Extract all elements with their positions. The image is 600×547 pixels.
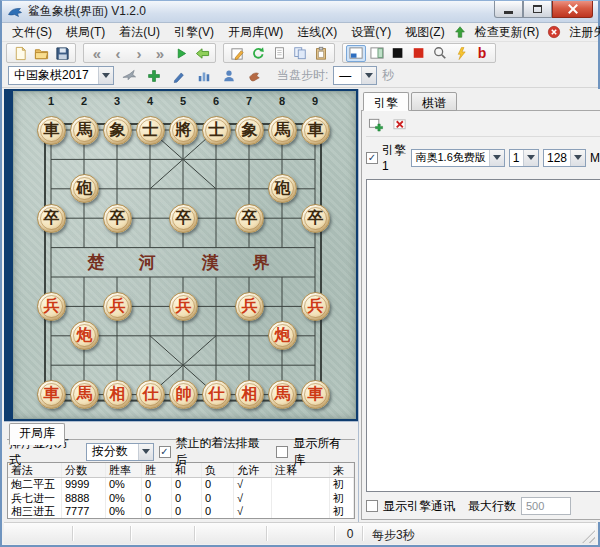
red-side-button[interactable] (409, 45, 429, 62)
add-engine-button[interactable] (366, 116, 386, 132)
quick-move-button[interactable] (451, 45, 471, 62)
chevron-down-icon[interactable] (570, 150, 585, 166)
resize-grip[interactable] (582, 530, 595, 543)
red-piece-車[interactable]: 車 (301, 380, 330, 409)
save-button[interactable] (52, 45, 72, 62)
red-piece-兵[interactable]: 兵 (235, 292, 264, 321)
red-piece-兵[interactable]: 兵 (301, 292, 330, 321)
table-row[interactable]: 相三进五77770%000√初 (8, 505, 354, 519)
chevron-down-icon[interactable] (98, 67, 113, 84)
chevron-down-icon[interactable] (489, 150, 504, 166)
table-row[interactable]: 炮二平五99990%000√初 (8, 478, 354, 492)
red-piece-帥[interactable]: 帥 (169, 380, 198, 409)
first-move-button[interactable]: « (87, 45, 107, 62)
black-piece-象[interactable]: 象 (103, 116, 132, 145)
black-piece-車[interactable]: 車 (37, 116, 66, 145)
red-piece-兵[interactable]: 兵 (169, 292, 198, 321)
browse-library-button[interactable] (119, 67, 139, 84)
player-button[interactable] (219, 67, 239, 84)
zoom-button[interactable] (430, 45, 450, 62)
engine1-checkbox[interactable]: ✓ (366, 152, 378, 164)
tab-opening-library[interactable]: 开局库 (9, 423, 65, 445)
chevron-down-icon[interactable] (361, 67, 376, 84)
tab-game-record[interactable]: 棋谱 (411, 92, 457, 111)
engine-output-list[interactable] (366, 179, 600, 492)
next-move-button[interactable]: › (129, 45, 149, 62)
tab-engine[interactable]: 引擎 (363, 92, 409, 111)
black-piece-卒[interactable]: 卒 (301, 204, 330, 233)
bold-b-button[interactable]: b (472, 45, 492, 62)
black-side-button[interactable] (388, 45, 408, 62)
red-piece-仕[interactable]: 仕 (136, 380, 165, 409)
new-file-button[interactable] (10, 45, 30, 62)
close-button[interactable] (552, 1, 593, 18)
xiangqi-board[interactable]: 楚 河 漢 界 123456789車馬象士將士象馬車砲砲卒卒卒卒卒兵兵兵兵兵炮炮… (13, 91, 356, 419)
black-piece-卒[interactable]: 卒 (169, 204, 198, 233)
menu-item-register-failed[interactable]: 注册失败(Q) (562, 22, 600, 43)
toggle-board-panel-button[interactable] (346, 45, 366, 62)
maximize-button[interactable] (523, 1, 552, 18)
book-combobox[interactable]: 中国象棋2017 (8, 66, 114, 85)
menu-item[interactable]: 视图(Z) (398, 22, 451, 43)
menu-item[interactable]: 连线(X) (290, 22, 344, 43)
statistics-button[interactable] (194, 67, 214, 84)
red-piece-炮[interactable]: 炮 (70, 321, 99, 350)
menu-item-check-update[interactable]: 检查更新(R) (468, 22, 547, 43)
black-piece-卒[interactable]: 卒 (37, 204, 66, 233)
forbidden-last-checkbox[interactable]: ✓ (159, 446, 171, 458)
black-piece-士[interactable]: 士 (202, 116, 231, 145)
menu-item[interactable]: 文件(S) (5, 22, 59, 43)
takeback-button[interactable] (192, 45, 212, 62)
red-piece-兵[interactable]: 兵 (103, 292, 132, 321)
table-row[interactable]: 兵七进一88880%000√初 (8, 492, 354, 506)
show-engine-comm-checkbox[interactable] (366, 500, 378, 512)
red-piece-車[interactable]: 車 (37, 380, 66, 409)
menu-item[interactable]: 开局库(W) (221, 22, 290, 43)
chevron-down-icon[interactable] (138, 444, 153, 460)
menu-item[interactable]: 设置(Y) (344, 22, 398, 43)
remove-engine-button[interactable] (390, 116, 410, 132)
minimize-button[interactable] (494, 1, 523, 18)
add-button[interactable] (144, 67, 164, 84)
red-piece-相[interactable]: 相 (235, 380, 264, 409)
show-all-books-checkbox[interactable] (276, 446, 288, 458)
paste-button[interactable] (311, 45, 331, 62)
chevron-down-icon[interactable] (523, 150, 538, 166)
black-piece-馬[interactable]: 馬 (268, 116, 297, 145)
black-piece-砲[interactable]: 砲 (268, 174, 297, 203)
black-piece-車[interactable]: 車 (301, 116, 330, 145)
black-piece-象[interactable]: 象 (235, 116, 264, 145)
toggle-side-panel-button[interactable] (367, 45, 387, 62)
black-piece-卒[interactable]: 卒 (235, 204, 264, 233)
red-piece-兵[interactable]: 兵 (37, 292, 66, 321)
copy-button[interactable] (269, 45, 289, 62)
copy-all-button[interactable] (290, 45, 310, 62)
black-piece-馬[interactable]: 馬 (70, 116, 99, 145)
hand-button[interactable] (244, 67, 264, 84)
play-button[interactable] (171, 45, 191, 62)
edit-position-button[interactable] (227, 45, 247, 62)
black-piece-砲[interactable]: 砲 (70, 174, 99, 203)
red-piece-馬[interactable]: 馬 (268, 380, 297, 409)
black-piece-將[interactable]: 將 (169, 116, 198, 145)
menu-item[interactable]: 引擎(V) (167, 22, 221, 43)
menu-item[interactable]: 棋局(T) (59, 22, 112, 43)
red-piece-仕[interactable]: 仕 (202, 380, 231, 409)
step-time-combobox[interactable]: — (333, 66, 377, 85)
engine-name-combobox[interactable]: 南奥1.6免费版 (411, 149, 504, 167)
red-piece-馬[interactable]: 馬 (70, 380, 99, 409)
open-file-button[interactable] (31, 45, 51, 62)
max-lines-input[interactable]: 500 (521, 497, 571, 515)
engine-hash-combobox[interactable]: 128 (543, 149, 586, 167)
black-piece-卒[interactable]: 卒 (103, 204, 132, 233)
last-move-button[interactable]: » (150, 45, 170, 62)
refresh-button[interactable] (248, 45, 268, 62)
sort-mode-combobox[interactable]: 按分数 (86, 443, 154, 461)
edit-button[interactable] (169, 67, 189, 84)
prev-move-button[interactable]: ‹ (108, 45, 128, 62)
black-piece-士[interactable]: 士 (136, 116, 165, 145)
red-piece-炮[interactable]: 炮 (268, 321, 297, 350)
menu-item[interactable]: 着法(U) (112, 22, 167, 43)
red-piece-相[interactable]: 相 (103, 380, 132, 409)
engine-threads-combobox[interactable]: 1 (509, 149, 539, 167)
